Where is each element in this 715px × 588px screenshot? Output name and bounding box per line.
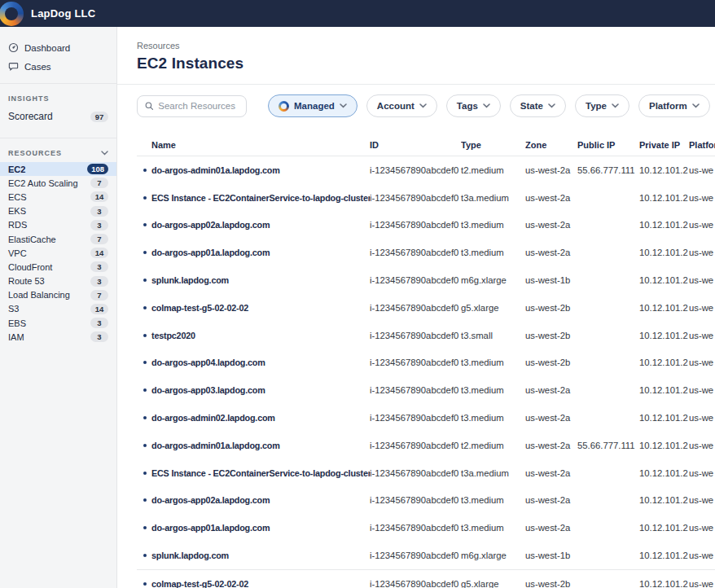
table-row[interactable]: testpc2020 i-1234567890abcdef0 t3.small …	[137, 322, 715, 349]
sidebar-resource-item[interactable]: EBS 3	[0, 316, 116, 330]
table-row[interactable]: do-argos-admin02.lapdog.com i-1234567890…	[137, 404, 715, 432]
column-header-public-ip[interactable]: Public IP	[577, 140, 639, 150]
instance-type-cell: t3.medium	[461, 358, 525, 367]
table-row[interactable]: do-argos-app02a.lapdog.com i-1234567890a…	[137, 212, 715, 239]
search-input[interactable]	[158, 101, 239, 111]
column-header-private-ip[interactable]: Private IP	[639, 140, 689, 150]
column-header-id[interactable]: ID	[370, 140, 461, 150]
column-header-name[interactable]: Name	[137, 140, 370, 150]
filter-bar: Managed Account Tags State	[137, 94, 715, 117]
instance-private-ip-cell: 10.12.101.2	[639, 495, 689, 505]
status-dot-icon	[143, 554, 147, 557]
sidebar-resource-item[interactable]: EC2 108	[0, 162, 116, 176]
filter-dropdown-button[interactable]: Type	[575, 94, 629, 117]
instance-zone-cell: us-west-2b	[525, 579, 577, 588]
instance-type-cell: t3.medium	[461, 413, 525, 423]
sidebar: Dashboard Cases INSIGHTS Scorecard 97 RE…	[0, 27, 117, 588]
table-row[interactable]: ECS Instance - EC2ContainerService-to-la…	[137, 459, 715, 487]
status-dot-icon	[143, 251, 147, 254]
instance-platform-cell: us-we	[689, 413, 715, 423]
sidebar-resource-item[interactable]: EC2 Auto Scaling 7	[0, 176, 116, 190]
instance-zone-cell: us-west-2a	[525, 220, 577, 230]
sidebar-resource-item[interactable]: Route 53 3	[0, 274, 116, 288]
instance-id-cell: i-1234567890abcdef0	[370, 220, 461, 230]
instance-private-ip-cell: 10.12.101.2	[639, 220, 689, 230]
table-row[interactable]: do-argos-app03.lapdog.com i-1234567890ab…	[137, 376, 715, 404]
table-row[interactable]: splunk.lapdog.com i-1234567890abcdef0 m6…	[137, 266, 715, 294]
instance-name-cell: testpc2020	[137, 331, 370, 340]
instance-type-cell: t2.medium	[461, 441, 525, 450]
instance-private-ip-cell: 10.12.101.2	[639, 248, 689, 257]
resource-count-badge: 3	[90, 206, 108, 217]
resources-section-header[interactable]: RESOURCES	[0, 146, 116, 162]
instance-private-ip-cell: 10.12.101.2	[639, 468, 689, 478]
sidebar-item-cases[interactable]: Cases	[0, 57, 116, 76]
table-header-row: Name ID Type Zone Public IP Private IP P…	[137, 134, 715, 156]
table-row[interactable]: do-argos-app02a.lapdog.com i-1234567890a…	[137, 487, 715, 515]
sidebar-resource-item[interactable]: ElastiCache 7	[0, 232, 116, 246]
resource-label: Route 53	[8, 276, 45, 286]
instance-zone-cell: us-west-2a	[525, 165, 577, 175]
status-dot-icon	[143, 279, 147, 282]
instance-id-cell: i-1234567890abcdef0	[370, 331, 461, 340]
resource-count-badge: 14	[90, 304, 108, 314]
sidebar-resource-item[interactable]: VPC 14	[0, 246, 116, 260]
instance-platform-cell: us-we	[689, 303, 715, 313]
sidebar-resource-item[interactable]: S3 14	[0, 302, 116, 316]
sidebar-resource-item[interactable]: ECS 14	[0, 190, 116, 204]
instance-zone-cell: us-west-2a	[525, 523, 577, 533]
instance-name-cell: ECS Instance - EC2ContainerService-to-la…	[137, 468, 370, 478]
table-row[interactable]: colmap-test-g5-02-02-02 i-1234567890abcd…	[137, 570, 715, 588]
column-header-type[interactable]: Type	[461, 140, 525, 150]
table-row[interactable]: do-argos-app01a.lapdog.com i-1234567890a…	[137, 514, 715, 542]
instance-name-cell: splunk.lapdog.com	[137, 551, 370, 560]
table-row[interactable]: colmap-test-g5-02-02-02 i-1234567890abcd…	[137, 294, 715, 322]
sidebar-resource-item[interactable]: IAM 3	[0, 330, 116, 344]
status-dot-icon	[143, 444, 147, 447]
sidebar-resource-item[interactable]: EKS 3	[0, 204, 116, 218]
filter-dropdown-button[interactable]: Tags	[446, 94, 501, 117]
instance-id-cell: i-1234567890abcdef0	[370, 495, 461, 505]
sidebar-item-dashboard[interactable]: Dashboard	[0, 38, 116, 57]
sidebar-item-scorecard[interactable]: Scorecard 97	[0, 108, 116, 130]
instance-platform-cell: us-we	[689, 495, 715, 505]
resource-count-badge: 3	[90, 318, 108, 328]
column-header-platform[interactable]: Platform	[689, 140, 715, 150]
instance-zone-cell: us-west-2a	[525, 495, 577, 505]
table-row[interactable]: do-argos-app04.lapdog.com i-1234567890ab…	[137, 349, 715, 377]
table-row[interactable]: ECS Instance - EC2ContainerService-to-la…	[137, 184, 715, 212]
divider	[117, 84, 715, 85]
search-box[interactable]	[137, 95, 247, 117]
column-header-zone[interactable]: Zone	[525, 140, 577, 150]
sidebar-resource-item[interactable]: CloudFront 3	[0, 260, 116, 274]
status-dot-icon	[143, 582, 147, 586]
filter-dropdown-label: Account	[377, 101, 415, 111]
instance-platform-cell: us-we	[689, 551, 715, 560]
status-dot-icon	[143, 388, 147, 392]
filter-dropdown-button[interactable]: Account	[366, 94, 437, 117]
resource-label: EBS	[8, 318, 26, 328]
instance-type-cell: m6g.xlarge	[461, 551, 525, 560]
resource-label: IAM	[8, 332, 24, 342]
managed-filter-label: Managed	[294, 101, 335, 111]
instance-zone-cell: us-west-2a	[525, 413, 577, 423]
breadcrumb[interactable]: Resources	[137, 41, 715, 50]
brand-name: LapDog LLC	[31, 7, 95, 20]
instance-platform-cell: us-we	[689, 275, 715, 285]
instance-platform-cell: us-we	[689, 165, 715, 175]
filter-dropdown-button[interactable]: State	[510, 94, 566, 117]
instance-zone-cell: us-west-2b	[525, 331, 577, 340]
table-row[interactable]: splunk.lapdog.com i-1234567890abcdef0 m6…	[137, 542, 715, 569]
table-row[interactable]: do-argos-admin01a.lapdog.com i-123456789…	[137, 432, 715, 459]
sidebar-resource-item[interactable]: Load Balancing 7	[0, 288, 116, 302]
instance-type-cell: g5.xlarge	[461, 303, 525, 313]
managed-filter-button[interactable]: Managed	[268, 94, 358, 117]
instance-id-cell: i-1234567890abcdef0	[370, 358, 461, 367]
sidebar-resource-item[interactable]: RDS 3	[0, 218, 116, 232]
table-row[interactable]: do-argos-admin01a.lapdog.com i-123456789…	[137, 156, 715, 184]
table-row[interactable]: do-argos-app01a.lapdog.com i-1234567890a…	[137, 239, 715, 266]
instance-id-cell: i-1234567890abcdef0	[370, 413, 461, 423]
status-dot-icon	[143, 498, 147, 502]
filter-dropdown-button[interactable]: Platform	[638, 94, 710, 117]
instance-name-cell: do-argos-app03.lapdog.com	[137, 385, 370, 395]
